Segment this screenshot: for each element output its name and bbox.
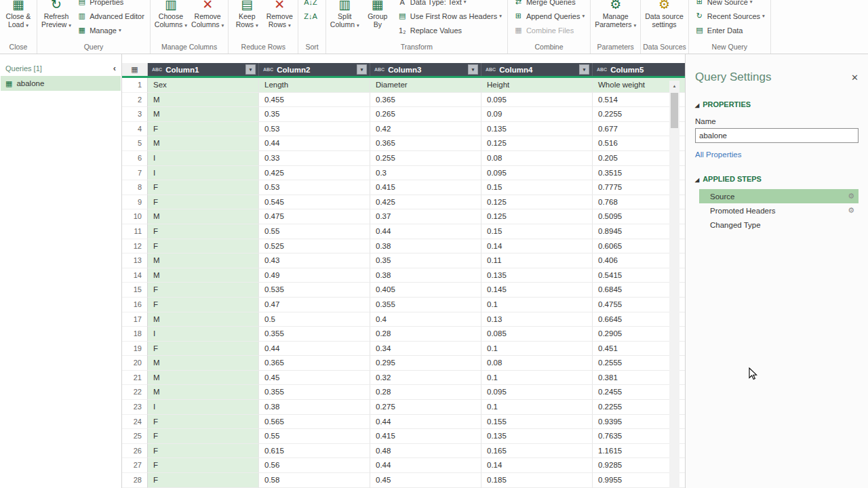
manage-parameters-button[interactable]: ⚙ManageParameters▾ xyxy=(593,0,638,30)
grid-cell[interactable]: M xyxy=(148,385,259,400)
grid-cell[interactable]: 0.415 xyxy=(370,180,481,195)
merge-queries-button[interactable]: ⇄Merge Queries xyxy=(510,0,588,9)
grid-cell[interactable]: 0.545 xyxy=(259,195,370,210)
grid-cell[interactable]: M xyxy=(148,136,259,151)
row-number[interactable]: 11 xyxy=(122,224,148,239)
grid-cell[interactable]: 0.48 xyxy=(370,444,481,459)
query-name-input[interactable] xyxy=(695,128,859,143)
grid-cell[interactable]: I xyxy=(148,151,259,166)
grid-cell[interactable]: 0.135 xyxy=(481,429,593,444)
row-number[interactable]: 13 xyxy=(122,253,148,268)
sort-az-icon-button[interactable]: A↓Z xyxy=(300,0,323,9)
grid-cell[interactable]: 0.095 xyxy=(481,166,593,181)
row-number[interactable]: 23 xyxy=(122,400,148,415)
row-number[interactable]: 24 xyxy=(122,415,148,430)
grid-cell[interactable]: 0.28 xyxy=(370,327,481,342)
row-number[interactable]: 26 xyxy=(122,444,148,459)
row-number[interactable]: 20 xyxy=(122,356,148,371)
keep-rows-button[interactable]: ▤KeepRows▾ xyxy=(231,0,263,30)
scroll-up-icon[interactable]: ▴ xyxy=(669,81,679,92)
grid-cell[interactable]: 0.125 xyxy=(481,195,593,210)
grid-cell[interactable]: Sex xyxy=(148,78,259,93)
row-number[interactable]: 6 xyxy=(122,151,148,166)
manage-button[interactable]: ▦Manage▾ xyxy=(73,23,148,37)
grid-cell[interactable]: 0.37 xyxy=(370,209,481,224)
choose-columns-button[interactable]: ▥ChooseColumns▾ xyxy=(153,0,189,30)
row-number[interactable]: 4 xyxy=(122,122,148,137)
grid-cell[interactable]: 0.56 xyxy=(259,458,370,473)
grid-cell[interactable]: M xyxy=(148,312,259,327)
grid-cell[interactable]: 0.13 xyxy=(481,312,593,327)
grid-cell[interactable]: F xyxy=(148,415,259,430)
grid-cell[interactable]: 0.14 xyxy=(481,458,593,473)
grid-cell[interactable]: 0.095 xyxy=(481,93,593,108)
grid-cell[interactable]: M xyxy=(148,93,259,108)
grid-cell[interactable]: I xyxy=(148,400,259,415)
grid-cell[interactable]: 0.425 xyxy=(259,166,370,181)
grid-cell[interactable]: 0.355 xyxy=(259,385,370,400)
grid-cell[interactable]: 0.38 xyxy=(259,400,370,415)
grid-cell[interactable]: 0.28 xyxy=(370,385,481,400)
grid-cell[interactable]: 0.44 xyxy=(370,415,481,430)
grid-cell[interactable]: 0.145 xyxy=(481,283,593,298)
grid-cell[interactable]: 0.55 xyxy=(259,429,370,444)
grid-cell[interactable]: 0.455 xyxy=(259,93,370,108)
grid-cell[interactable]: 0.33 xyxy=(259,151,370,166)
applied-step-promoted-headers[interactable]: Promoted Headers⚙ xyxy=(699,203,859,218)
grid-cell[interactable]: 0.42 xyxy=(370,122,481,137)
row-number[interactable]: 9 xyxy=(122,195,148,210)
grid-cell[interactable]: 0.47 xyxy=(259,298,370,312)
grid-cell[interactable]: M xyxy=(148,253,259,268)
remove-columns-button[interactable]: ✕RemoveColumns▾ xyxy=(189,0,226,30)
row-number[interactable]: 17 xyxy=(122,312,148,327)
row-number[interactable]: 3 xyxy=(122,107,148,122)
grid-cell[interactable]: F xyxy=(148,122,259,137)
grid-cell[interactable]: 0.44 xyxy=(259,136,370,151)
grid-cell[interactable]: 0.155 xyxy=(481,415,593,430)
grid-cell[interactable]: 0.095 xyxy=(481,385,593,400)
close-icon[interactable]: ✕ xyxy=(851,73,859,83)
grid-cell[interactable]: 0.53 xyxy=(259,122,370,137)
grid-cell[interactable]: F xyxy=(148,224,259,239)
grid-cell[interactable]: 0.14 xyxy=(481,239,593,254)
split-column-button[interactable]: ▥SplitColumn▾ xyxy=(328,0,361,30)
grid-cell[interactable]: 0.295 xyxy=(370,356,481,371)
grid-cell[interactable]: I xyxy=(148,327,259,342)
grid-cell[interactable]: 0.15 xyxy=(481,224,593,239)
grid-cell[interactable]: 0.08 xyxy=(481,356,593,371)
grid-cell[interactable]: 0.275 xyxy=(370,400,481,415)
row-number[interactable]: 27 xyxy=(122,458,148,473)
grid-cell[interactable]: 0.085 xyxy=(481,327,593,342)
grid-cell[interactable]: Diameter xyxy=(370,78,481,93)
grid-cell[interactable]: F xyxy=(148,239,259,254)
grid-cell[interactable]: 0.35 xyxy=(259,107,370,122)
grid-cell[interactable]: M xyxy=(148,356,259,371)
grid-cell[interactable]: 0.49 xyxy=(259,268,370,283)
grid-cell[interactable]: 0.1 xyxy=(481,400,593,415)
row-number[interactable]: 22 xyxy=(122,385,148,400)
grid-cell[interactable]: F xyxy=(148,195,259,210)
grid-cell[interactable]: 0.11 xyxy=(481,253,593,268)
grid-cell[interactable]: 0.43 xyxy=(259,253,370,268)
applied-step-source[interactable]: Source⚙ xyxy=(699,189,859,203)
all-properties-link[interactable]: All Properties xyxy=(695,150,859,159)
grid-cell[interactable]: 0.58 xyxy=(259,473,370,488)
close-load-button[interactable]: ▦Close &Load▾ xyxy=(2,0,35,30)
grid-cell[interactable]: 0.15 xyxy=(481,180,593,195)
grid-cell[interactable]: M xyxy=(148,209,259,224)
grid-cell[interactable]: 0.55 xyxy=(259,224,370,239)
grid-cell[interactable]: 0.44 xyxy=(259,342,370,357)
grid-cell[interactable]: 0.38 xyxy=(370,268,481,283)
grid-cell[interactable]: 0.405 xyxy=(370,283,481,298)
row-number[interactable]: 21 xyxy=(122,371,148,386)
applied-steps-section-header[interactable]: ◢APPLIED STEPS xyxy=(695,175,859,183)
new-source-button[interactable]: ⊞New Source▾ xyxy=(691,0,768,9)
grid-cell[interactable]: F xyxy=(148,342,259,357)
grid-cell[interactable]: M xyxy=(148,371,259,386)
filter-button[interactable]: ▾ xyxy=(357,64,367,75)
grid-cell[interactable]: 0.265 xyxy=(370,107,481,122)
row-number[interactable]: 14 xyxy=(122,268,148,283)
grid-cell[interactable]: 0.565 xyxy=(259,415,370,430)
grid-cell[interactable]: 0.1 xyxy=(481,371,593,386)
filter-button[interactable]: ▾ xyxy=(579,64,589,75)
